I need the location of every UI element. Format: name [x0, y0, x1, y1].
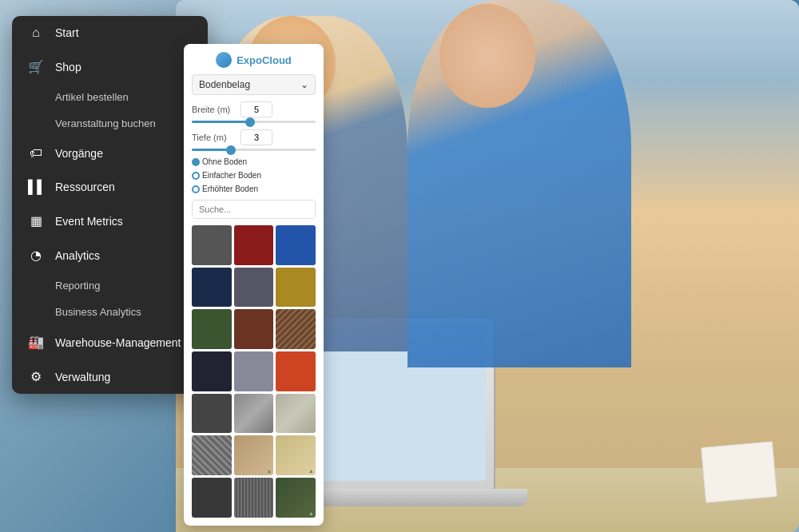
sidebar-item-verwaltung-label: Verwaltung	[55, 371, 110, 383]
sidebar-item-warehouse-label: Warehouse-Management	[55, 336, 181, 349]
sidebar-sub-item-veranstaltung[interactable]: Veranstaltung buchen	[12, 110, 208, 137]
color-swatch-20[interactable]	[234, 478, 274, 518]
radio-einfacher-boden-label: Einfacher Boden	[202, 171, 261, 180]
radio-erhohter-boden[interactable]: Erhöhter Boden	[192, 185, 258, 193]
bodenbelag-dropdown[interactable]: Bodenbelag ⌄	[192, 74, 316, 95]
gear-icon: ⚙	[28, 369, 44, 384]
tiefe-field-row: Tiefe (m)	[192, 129, 316, 145]
color-swatch-15[interactable]	[276, 394, 316, 434]
sidebar-item-shop[interactable]: 🛒 Shop	[12, 50, 208, 84]
breite-slider[interactable]	[192, 121, 316, 123]
sidebar-item-vorgange[interactable]: 🏷 Vorgänge	[12, 137, 208, 170]
color-swatch-13[interactable]	[192, 394, 232, 434]
tag-icon: 🏷	[28, 146, 44, 161]
sidebar-item-ressourcen[interactable]: ▌▌ Ressourcen	[12, 170, 208, 204]
sidebar-item-shop-label: Shop	[55, 61, 81, 73]
breite-label: Breite (m)	[192, 105, 236, 114]
expo-cloud-logo-text: ExpoCloud	[237, 54, 292, 66]
color-swatch-8[interactable]	[234, 309, 274, 349]
sidebar-sub-item-business-analytics[interactable]: Business Analytics	[12, 299, 208, 325]
radio-einfacher-boden[interactable]: Einfacher Boden	[192, 171, 261, 180]
expo-cloud-logo-icon	[216, 52, 232, 68]
color-swatch-18[interactable]: ▲	[276, 435, 316, 475]
color-swatch-6[interactable]	[276, 268, 316, 308]
sidebar: ⌂ Start 🛒 Shop Artikel bestellen Veranst…	[12, 16, 208, 394]
color-swatch-5[interactable]	[234, 268, 274, 308]
sidebar-item-verwaltung[interactable]: ⚙ Verwaltung	[12, 359, 208, 394]
radio-erhohter-boden-label: Erhöhter Boden	[202, 185, 258, 193]
tiefe-slider-track	[192, 149, 316, 151]
slider-thumb[interactable]	[245, 117, 255, 127]
sidebar-sub-item-artikel-label: Artikel bestellen	[55, 91, 129, 103]
tiefe-label: Tiefe (m)	[192, 133, 236, 142]
sidebar-item-event-metrics-label: Event Metrics	[55, 215, 123, 228]
sidebar-item-start[interactable]: ⌂ Start	[12, 16, 208, 50]
home-icon: ⌂	[28, 26, 44, 40]
color-swatch-14[interactable]	[234, 394, 274, 434]
sidebar-sub-item-reporting-label: Reporting	[55, 280, 100, 292]
search-row: ×	[192, 200, 316, 219]
radio-ohne-boden-dot	[192, 158, 200, 166]
cart-icon: 🛒	[28, 59, 44, 74]
color-swatch-21[interactable]: ▲	[276, 478, 316, 518]
color-swatch-19[interactable]	[192, 478, 232, 518]
tiefe-slider[interactable]	[192, 149, 316, 151]
radio-einfacher-boden-dot	[192, 172, 200, 180]
radio-ohne-boden[interactable]: Ohne Boden	[192, 157, 247, 166]
color-swatch-1[interactable]	[192, 225, 232, 265]
sidebar-sub-item-reporting[interactable]: Reporting	[12, 272, 208, 299]
dropdown-arrow-icon: ⌄	[300, 79, 308, 90]
sidebar-item-event-metrics[interactable]: ▦ Event Metrics	[12, 204, 208, 238]
breite-input[interactable]	[240, 101, 272, 117]
sidebar-sub-item-artikel[interactable]: Artikel bestellen	[12, 84, 208, 110]
boden-radio-group: Ohne Boden Einfacher Boden Erhöhter Bode…	[192, 157, 316, 193]
radio-erhohter-boden-dot	[192, 185, 200, 193]
sidebar-sub-item-veranstaltung-label: Veranstaltung buchen	[55, 117, 156, 129]
color-swatch-9[interactable]	[276, 309, 316, 349]
slider-track	[192, 121, 316, 123]
color-swatch-11[interactable]	[234, 351, 274, 391]
sidebar-item-start-label: Start	[55, 26, 79, 39]
sidebar-item-analytics[interactable]: ◔ Analytics	[12, 238, 208, 272]
tiefe-slider-thumb[interactable]	[226, 145, 236, 155]
expo-panel: ExpoCloud Bodenbelag ⌄ Breite (m) Tiefe …	[184, 44, 324, 526]
color-swatch-4[interactable]	[192, 268, 232, 308]
slider-fill	[192, 121, 248, 123]
sidebar-sub-item-business-analytics-label: Business Analytics	[55, 306, 141, 318]
warehouse-icon: 🏭	[28, 335, 44, 350]
dropdown-value: Bodenbelag	[199, 79, 250, 90]
color-swatch-16[interactable]	[192, 435, 232, 475]
color-swatch-12[interactable]	[276, 351, 316, 391]
analytics-icon: ◔	[28, 248, 44, 263]
tiefe-slider-fill	[192, 149, 229, 151]
sidebar-item-vorgange-label: Vorgänge	[55, 147, 103, 160]
search-input[interactable]	[193, 200, 316, 218]
sidebar-item-ressourcen-label: Ressourcen	[55, 181, 115, 193]
sidebar-item-warehouse[interactable]: 🏭 Warehouse-Management	[12, 325, 208, 359]
color-swatch-10[interactable]	[192, 351, 232, 391]
color-swatch-7[interactable]	[192, 309, 232, 349]
tiefe-input[interactable]	[240, 129, 272, 145]
radio-ohne-boden-label: Ohne Boden	[202, 157, 247, 166]
color-swatch-3[interactable]	[276, 225, 316, 265]
color-swatch-2[interactable]	[234, 225, 274, 265]
breite-field-row: Breite (m)	[192, 101, 316, 117]
color-swatch-17[interactable]: ▲	[234, 435, 274, 475]
calendar-icon: ▦	[28, 213, 44, 228]
color-swatch-grid: ▲ ▲ ▲	[192, 225, 316, 518]
sidebar-item-analytics-label: Analytics	[55, 249, 100, 262]
expo-panel-header: ExpoCloud	[192, 52, 316, 68]
bar-chart-icon: ▌▌	[28, 180, 44, 194]
